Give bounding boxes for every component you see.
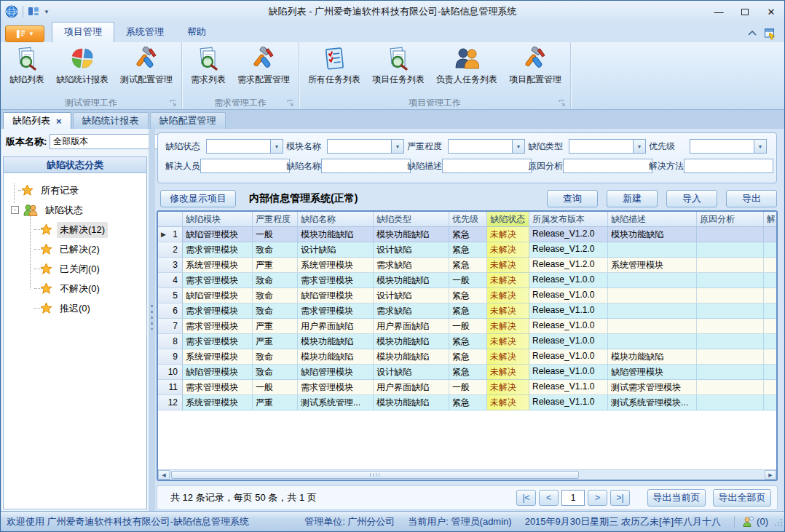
- table-row[interactable]: 6 需求管理模块 致命 需求管理模块 需求缺陷 紧急 未解决 Release_V…: [158, 303, 776, 319]
- column-header-solution[interactable]: 解决方法: [764, 212, 776, 227]
- combo-dropdown-icon[interactable]: ▼: [512, 140, 524, 153]
- requirement-list-button[interactable]: 需求列表: [185, 44, 232, 87]
- ribbon-collapse-icon[interactable]: [748, 31, 757, 36]
- online-user-icon[interactable]: [742, 516, 754, 528]
- resize-grip[interactable]: [773, 517, 783, 527]
- filter-module-combo[interactable]: ▼: [327, 139, 404, 154]
- dialog-launcher-icon[interactable]: [170, 100, 177, 107]
- filter-status-input[interactable]: [207, 140, 270, 153]
- ribbon-tab-help[interactable]: 帮助: [175, 23, 218, 42]
- table-row[interactable]: 3 系统管理模块 严重 系统管理模块 需求缺陷 紧急 未解决 Release_V…: [158, 258, 776, 273]
- combo-dropdown-icon[interactable]: ▼: [391, 140, 403, 153]
- filter-type-combo[interactable]: ▼: [569, 139, 646, 154]
- table-row[interactable]: 11 需求管理模块 一般 需求管理模块 用户界面缺陷 一般 未解决 Releas…: [158, 380, 776, 395]
- table-row[interactable]: ▶1 缺陷管理模块 一般 模块功能缺陷 模块功能缺陷 紧急 未解决 Releas…: [158, 227, 776, 242]
- table-row[interactable]: 10 缺陷管理模块 致命 缺陷管理模块 设计缺陷 紧急 未解决 Release_…: [158, 365, 776, 380]
- ribbon-tab-project[interactable]: 项目管理: [52, 22, 114, 42]
- column-header-module[interactable]: 缺陷模块: [183, 212, 253, 227]
- module-cell: 系统管理模块: [183, 349, 253, 365]
- filter-priority-input[interactable]: [690, 140, 754, 153]
- filter-severity-combo[interactable]: ▼: [448, 139, 525, 154]
- tree-item-closed[interactable]: 已关闭(0): [8, 259, 143, 279]
- close-tab-icon[interactable]: ×: [56, 116, 62, 127]
- name-cell: 需求管理模块: [298, 303, 374, 319]
- column-header-type[interactable]: 缺陷类型: [374, 212, 449, 227]
- table-row[interactable]: 2 需求管理模块 致命 设计缺陷 设计缺陷 紧急 未解决 Release_V1.…: [158, 242, 776, 258]
- new-button[interactable]: 新建: [607, 190, 658, 207]
- column-header-analysis[interactable]: 原因分析: [697, 212, 764, 227]
- column-header-status[interactable]: 缺陷状态: [487, 212, 529, 227]
- dialog-launcher-icon[interactable]: [559, 100, 566, 107]
- table-row[interactable]: 9 系统管理模块 致命 模块功能缺陷 模块功能缺陷 紧急 未解决 Release…: [158, 349, 776, 365]
- table-row[interactable]: 4 需求管理模块 致命 需求管理模块 模块功能缺陷 一般 未解决 Release…: [158, 273, 776, 288]
- export-button[interactable]: 导出: [726, 190, 777, 207]
- defect-report-button[interactable]: 缺陷统计报表: [50, 44, 114, 87]
- tree-collapse-icon[interactable]: -: [11, 206, 19, 214]
- dialog-launcher-icon[interactable]: [287, 100, 294, 107]
- page-number-input[interactable]: [561, 490, 585, 506]
- query-button[interactable]: 查询: [547, 190, 598, 207]
- column-header-priority[interactable]: 优先级: [449, 212, 487, 227]
- tree-item-wont-fix[interactable]: 不解决(0): [8, 279, 143, 298]
- tree-item-postponed[interactable]: 推迟(0): [8, 298, 143, 318]
- tree-item-all-records[interactable]: 所有记录: [8, 180, 143, 200]
- scroll-right-icon[interactable]: ▶: [765, 470, 776, 480]
- defect-list-button[interactable]: 缺陷列表: [4, 44, 50, 87]
- analysis-cell: [697, 288, 764, 303]
- next-page-button[interactable]: >: [588, 490, 607, 506]
- first-page-button[interactable]: |<: [516, 490, 536, 506]
- column-header-desc[interactable]: 缺陷描述: [608, 212, 697, 227]
- combo-dropdown-icon[interactable]: ▼: [633, 140, 645, 153]
- prev-page-button[interactable]: <: [539, 490, 559, 506]
- filter-severity-input[interactable]: [449, 140, 512, 153]
- tree-item-defect-status[interactable]: - 缺陷状态: [8, 200, 143, 220]
- chevron-down-icon[interactable]: ▼: [44, 9, 50, 15]
- panel-splitter[interactable]: [149, 129, 155, 511]
- project-tasks-button[interactable]: 项目任务列表: [366, 44, 430, 87]
- filter-analysis-input[interactable]: [563, 159, 652, 173]
- table-row[interactable]: 5 缺陷管理模块 致命 缺陷管理模块 设计缺陷 紧急 未解决 Release_V…: [158, 288, 776, 303]
- filter-resolver-input[interactable]: [200, 159, 290, 173]
- project-config-button[interactable]: 项目配置管理: [503, 44, 567, 87]
- doc-tab-defect-report[interactable]: 缺陷统计报表: [73, 112, 149, 129]
- doc-tab-defect-list[interactable]: 缺陷列表 ×: [3, 112, 71, 129]
- requirement-config-button[interactable]: 需求配置管理: [232, 44, 296, 87]
- table-row[interactable]: 8 需求管理模块 严重 模块功能缺陷 模块功能缺陷 紧急 未解决 Release…: [158, 334, 776, 349]
- help-icon[interactable]: [764, 27, 777, 40]
- minimize-button[interactable]: —: [706, 2, 732, 21]
- column-header-version[interactable]: 所属发布版本: [529, 212, 608, 227]
- test-config-button[interactable]: 测试配置管理: [114, 44, 178, 87]
- column-header-severity[interactable]: 严重程度: [253, 212, 298, 227]
- layout-grid-icon[interactable]: [28, 6, 39, 17]
- filter-module-input[interactable]: [328, 140, 391, 153]
- filter-name-input[interactable]: [321, 159, 411, 173]
- close-button[interactable]: ✕: [758, 2, 784, 21]
- import-button[interactable]: 导入: [666, 190, 717, 207]
- filter-desc-input[interactable]: [442, 159, 532, 173]
- table-row[interactable]: 7 需求管理模块 严重 用户界面缺陷 用户界面缺陷 一般 未解决 Release…: [158, 319, 776, 334]
- combo-dropdown-icon[interactable]: ▼: [754, 140, 766, 153]
- export-current-page-button[interactable]: 导出当前页: [647, 489, 706, 507]
- filter-solution-input[interactable]: [684, 159, 773, 173]
- table-row[interactable]: 12 系统管理模块 严重 测试系统管理... 模块功能缺陷 紧急 未解决 Rel…: [158, 395, 776, 410]
- combo-dropdown-icon[interactable]: ▼: [270, 140, 283, 153]
- scrollbar-thumb[interactable]: [171, 471, 579, 479]
- filter-status-combo[interactable]: ▼: [206, 139, 283, 154]
- tree-item-unresolved[interactable]: 未解决(12): [8, 220, 143, 239]
- filter-type-input[interactable]: [569, 140, 633, 153]
- modify-columns-button[interactable]: 修改显示项目: [160, 190, 236, 207]
- last-page-button[interactable]: >|: [610, 490, 630, 506]
- filter-priority-combo[interactable]: ▼: [690, 139, 767, 154]
- column-header-rownum[interactable]: [158, 212, 183, 227]
- owner-tasks-button[interactable]: 负责人任务列表: [430, 44, 503, 87]
- horizontal-scrollbar[interactable]: ◀ ▶: [158, 469, 776, 480]
- maximize-button[interactable]: [732, 2, 758, 21]
- all-tasks-button[interactable]: 所有任务列表: [302, 44, 366, 87]
- tree-item-resolved[interactable]: 已解决(2): [8, 239, 143, 259]
- scroll-left-icon[interactable]: ◀: [158, 470, 170, 480]
- ribbon-tab-system[interactable]: 系统管理: [114, 23, 175, 42]
- doc-tab-defect-config[interactable]: 缺陷配置管理: [150, 112, 226, 129]
- application-menu-button[interactable]: ▼: [5, 25, 44, 42]
- column-header-name[interactable]: 缺陷名称: [298, 212, 374, 227]
- export-all-pages-button[interactable]: 导出全部页: [713, 489, 771, 507]
